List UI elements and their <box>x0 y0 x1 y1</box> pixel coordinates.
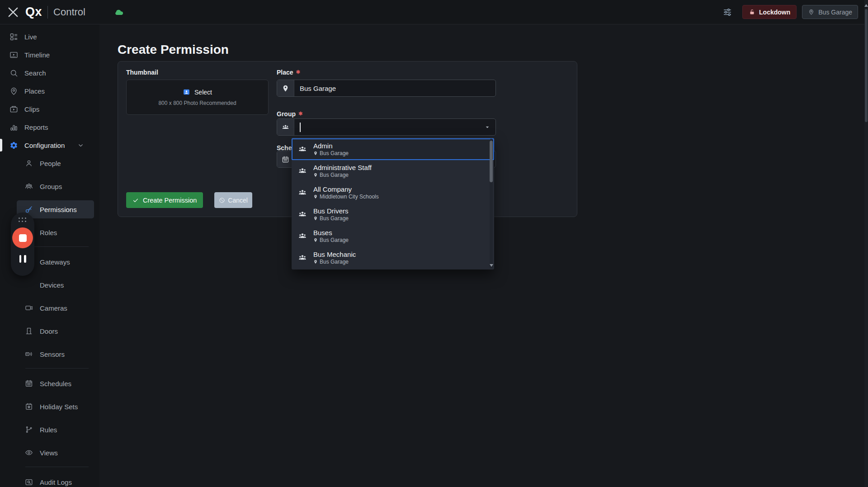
place-label: Place✱ <box>277 69 300 76</box>
sidebar-item-clips[interactable]: Clips <box>0 100 99 118</box>
cancel-button[interactable]: Cancel <box>214 192 252 208</box>
page-title: Create Permission <box>118 43 229 57</box>
sidebar-item-live[interactable]: Live <box>0 28 99 46</box>
sidebar-item-label: Timeline <box>24 51 50 59</box>
thumbnail-hint: 800 x 800 Photo Recommended <box>158 100 236 106</box>
page-scrollbar[interactable] <box>864 0 868 487</box>
clips-icon <box>9 105 18 113</box>
sidebar-item-timeline[interactable]: Timeline <box>0 46 99 64</box>
sidebar-item-audit-logs[interactable]: Audit Logs <box>0 473 99 487</box>
create-permission-label: Create Permission <box>143 197 197 204</box>
scrollbar-thumb[interactable] <box>865 9 868 122</box>
sidebar-item-doors[interactable]: Doors <box>0 322 99 340</box>
sidebar-item-sensors[interactable]: Sensors <box>0 345 99 363</box>
sidebar-item-search[interactable]: Search <box>0 64 99 82</box>
sidebar-item-rules[interactable]: Rules <box>0 421 99 439</box>
sidebar-item-label: Rules <box>40 426 57 434</box>
sidebar-item-schedules[interactable]: Schedules <box>0 374 99 392</box>
group-option-place: Bus Garage <box>320 215 349 222</box>
group-combobox[interactable] <box>277 118 496 136</box>
product-name: Control <box>53 6 85 18</box>
sidebar-item-groups[interactable]: Groups <box>0 177 99 195</box>
place-input[interactable]: Bus Garage <box>277 80 496 97</box>
dropdown-scrollbar-thumb[interactable] <box>490 141 493 182</box>
stop-button[interactable] <box>12 227 33 248</box>
chevron-down-icon[interactable] <box>484 123 491 131</box>
sidebar-item-people[interactable]: People <box>0 154 99 172</box>
brand-divider <box>47 6 48 19</box>
sidebar-divider <box>25 368 89 369</box>
groups-filled-icon <box>298 253 307 262</box>
group-option-name: Administrative Staff <box>313 164 372 171</box>
group-label: Group✱ <box>277 110 302 118</box>
group-option[interactable]: Bus DriversBus Garage <box>292 203 494 225</box>
group-option[interactable]: Bus MechanicBus Garage <box>292 247 494 269</box>
sidebar-item-label: People <box>40 160 61 167</box>
sidebar-item-cameras[interactable]: Cameras <box>0 299 99 317</box>
sidebar-item-label: Audit Logs <box>40 478 72 486</box>
place-input-prefix <box>277 80 294 96</box>
group-option[interactable]: AdminBus Garage <box>292 138 494 160</box>
recording-widget <box>11 213 34 276</box>
stop-icon <box>19 234 27 242</box>
sidebar-item-label: Schedules <box>40 380 71 388</box>
create-permission-button[interactable]: Create Permission <box>126 192 203 208</box>
group-option-place: Bus Garage <box>320 237 349 243</box>
gear-icon <box>9 141 18 150</box>
map-pin-icon <box>313 194 318 199</box>
camera-icon <box>25 304 33 312</box>
group-option[interactable]: BusesBus Garage <box>292 225 494 247</box>
sidebar-item-label: Views <box>40 449 58 457</box>
sidebar-item-views[interactable]: Views <box>0 444 99 462</box>
cancel-label: Cancel <box>228 197 248 204</box>
group-option-name: Buses <box>313 229 349 236</box>
map-pin-icon <box>313 216 318 221</box>
required-asterisk: ✱ <box>296 69 300 76</box>
sidebar-item-label: Cameras <box>40 304 67 312</box>
reports-icon <box>9 123 18 132</box>
group-option-place-row: Bus Garage <box>313 237 349 243</box>
timeline-icon <box>9 51 18 59</box>
form-actions: Create Permission Cancel <box>126 192 252 208</box>
group-input-prefix <box>277 119 294 135</box>
slash-circle-icon <box>219 197 225 203</box>
map-pin-icon <box>313 259 318 265</box>
top-bar: Qx Control Lockdown Bus Garage <box>0 0 868 24</box>
door-icon <box>25 327 33 335</box>
close-icon[interactable] <box>5 5 21 20</box>
active-place-label: Bus Garage <box>818 9 852 16</box>
check-icon <box>132 197 139 203</box>
calendar-star-icon <box>25 402 33 411</box>
scrollbar-up-arrow[interactable] <box>864 3 868 7</box>
calendar-icon <box>25 379 33 388</box>
sidebar-item-devices[interactable]: Devices <box>0 276 99 294</box>
sidebar-item-label: Clips <box>24 105 39 113</box>
group-option-name: All Company <box>313 185 379 193</box>
group-option[interactable]: All CompanyMiddletown City Schools <box>292 182 494 203</box>
drag-handle[interactable] <box>19 217 27 222</box>
group-option[interactable]: Administrative StaffBus Garage <box>292 160 494 182</box>
group-option-place: Middletown City Schools <box>320 194 379 200</box>
sidebar-divider <box>25 467 89 467</box>
required-asterisk: ✱ <box>298 110 302 118</box>
map-pin-icon <box>313 237 318 243</box>
sidebar-item-places[interactable]: Places <box>0 82 99 100</box>
lockdown-button[interactable]: Lockdown <box>742 5 797 19</box>
sidebar-item-reports[interactable]: Reports <box>0 118 99 136</box>
sidebar-item-label: Live <box>24 33 37 41</box>
group-option-name: Bus Mechanic <box>313 251 356 258</box>
sidebar-item-configuration[interactable]: Configuration <box>0 136 99 154</box>
group-option-place-row: Bus Garage <box>313 259 356 265</box>
pause-button[interactable] <box>19 255 26 263</box>
dropdown-scroll-down-arrow[interactable] <box>489 264 493 267</box>
filters-icon[interactable] <box>722 7 732 17</box>
places-icon <box>9 87 18 95</box>
groups-icon <box>25 182 33 190</box>
search-icon <box>9 69 18 77</box>
branch-icon <box>25 426 33 434</box>
sidebar-item-label: Roles <box>40 229 57 236</box>
active-place-button[interactable]: Bus Garage <box>802 5 858 19</box>
sidebar-item-holiday-sets[interactable]: Holiday Sets <box>0 397 99 416</box>
thumbnail-select-box[interactable]: Select 800 x 800 Photo Recommended <box>126 80 269 115</box>
key-icon <box>25 205 33 213</box>
